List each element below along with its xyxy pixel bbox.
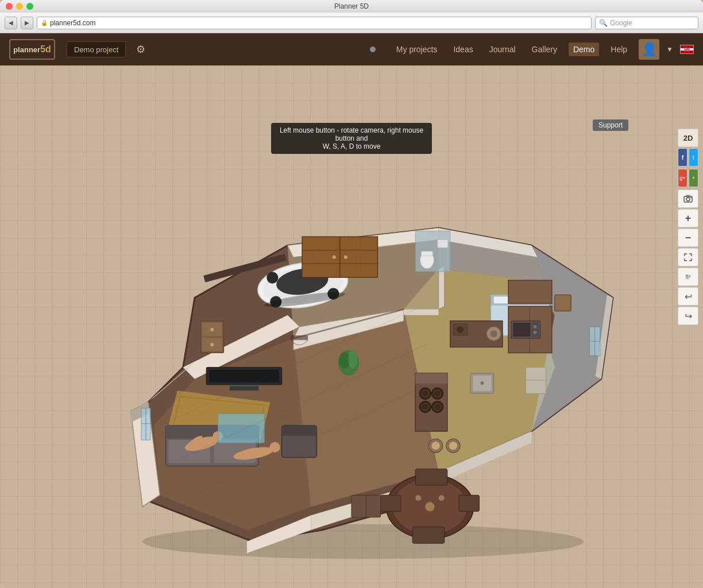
svg-point-87 — [449, 442, 457, 450]
zoom-out-button[interactable]: − — [678, 229, 698, 247]
app-navbar: planner5d Demo project ⚙ My projects Ide… — [0, 33, 703, 65]
svg-rect-78 — [459, 495, 479, 511]
svg-point-115 — [432, 401, 443, 412]
googleplus-button[interactable]: g+ — [678, 169, 687, 187]
svg-rect-56 — [526, 368, 546, 394]
right-toolbar: 2D f t g+ + — [678, 129, 700, 325]
nav-demo[interactable]: Demo — [569, 42, 599, 56]
settings-button[interactable]: ⚙ — [133, 41, 149, 57]
svg-point-104 — [210, 328, 214, 331]
camera-tooltip: Left mouse button - rotate camera, right… — [271, 123, 432, 154]
share2-button[interactable]: + — [689, 169, 698, 187]
twitter-button[interactable]: t — [689, 148, 698, 167]
svg-rect-53 — [508, 280, 552, 303]
svg-rect-125 — [532, 323, 538, 336]
forward-button[interactable]: ▶ — [21, 17, 33, 29]
svg-rect-79 — [415, 469, 447, 485]
svg-point-93 — [348, 350, 357, 368]
browser-title: Planner 5D — [334, 2, 369, 10]
svg-point-38 — [344, 256, 347, 259]
svg-point-113 — [432, 388, 443, 399]
browser-toolbar: ◀ ▶ 🔒 planner5d.com 🔍 Google — [0, 13, 703, 33]
nav-dot-indicator — [370, 47, 376, 52]
logo-planner: planner — [13, 45, 40, 54]
view-2d-button[interactable]: 2D — [678, 129, 698, 147]
nav-help[interactable]: Help — [606, 42, 632, 56]
svg-point-86 — [432, 442, 440, 450]
window-controls — [6, 3, 33, 10]
zoom-in-button[interactable]: + — [678, 209, 698, 227]
project-name: Demo project — [67, 41, 126, 57]
svg-point-50 — [457, 326, 463, 333]
language-flag[interactable]: 🇬🇧 — [680, 45, 694, 54]
search-placeholder: Google — [610, 19, 632, 27]
svg-point-129 — [686, 198, 690, 201]
search-icon: 🔍 — [599, 19, 608, 27]
minimize-button[interactable] — [16, 3, 23, 10]
user-avatar-icon: 👤 — [642, 42, 657, 57]
fullscreen-button[interactable] — [678, 248, 698, 266]
svg-rect-39 — [415, 231, 450, 272]
units-button[interactable]: ft² — [678, 268, 698, 286]
svg-rect-80 — [412, 527, 445, 543]
logo-5d: 5d — [40, 44, 51, 54]
undo-button[interactable]: ↩ — [678, 287, 698, 305]
svg-point-81 — [425, 502, 434, 511]
user-avatar[interactable]: 👤 — [639, 39, 659, 60]
svg-point-122 — [480, 381, 484, 385]
svg-rect-77 — [381, 495, 401, 511]
camera-button[interactable] — [678, 189, 698, 208]
svg-rect-47 — [555, 295, 571, 311]
maximize-button[interactable] — [26, 3, 33, 10]
address-text: planner5d.com — [50, 19, 95, 27]
svg-rect-41 — [421, 252, 432, 256]
main-view[interactable]: Left mouse button - rotate camera, right… — [0, 65, 703, 588]
nav-journal[interactable]: Journal — [485, 42, 520, 56]
logo-box: planner5d — [9, 39, 55, 60]
svg-point-37 — [333, 256, 336, 259]
nav-gallery[interactable]: Gallery — [527, 42, 562, 56]
svg-point-105 — [210, 343, 214, 346]
nav-ideas[interactable]: Ideas — [449, 42, 477, 56]
browser-window: Planner 5D ◀ ▶ 🔒 planner5d.com 🔍 Google … — [0, 0, 703, 588]
svg-rect-124 — [513, 323, 530, 336]
svg-rect-74 — [282, 425, 317, 436]
svg-point-114 — [419, 401, 431, 412]
address-bar[interactable]: 🔒 planner5d.com — [37, 17, 592, 29]
search-bar[interactable]: 🔍 Google — [595, 17, 698, 29]
svg-rect-42 — [438, 239, 448, 247]
svg-point-52 — [490, 330, 497, 337]
logo-text: planner5d — [13, 44, 51, 55]
back-button[interactable]: ◀ — [5, 17, 17, 29]
svg-point-112 — [419, 388, 431, 399]
svg-point-131 — [690, 197, 692, 198]
nav-my-projects[interactable]: My projects — [392, 42, 442, 56]
svg-point-126 — [533, 325, 536, 328]
svg-rect-72 — [218, 414, 264, 443]
redo-button[interactable]: ↪ — [678, 307, 698, 325]
browser-titlebar: Planner 5D — [0, 0, 703, 13]
svg-point-82 — [415, 495, 421, 501]
svg-marker-17 — [439, 266, 445, 310]
svg-rect-62 — [230, 386, 259, 390]
secure-icon: 🔒 — [41, 20, 48, 26]
svg-point-0 — [142, 524, 584, 559]
support-button[interactable]: Support — [593, 119, 628, 131]
svg-point-83 — [439, 495, 445, 501]
logo-area: planner5d — [9, 39, 55, 60]
svg-point-127 — [533, 331, 536, 334]
close-button[interactable] — [6, 3, 13, 10]
facebook-button[interactable]: f — [678, 148, 687, 167]
app-content: planner5d Demo project ⚙ My projects Ide… — [0, 33, 703, 588]
svg-rect-111 — [415, 373, 447, 384]
user-menu-arrow[interactable]: ▼ — [666, 45, 673, 53]
